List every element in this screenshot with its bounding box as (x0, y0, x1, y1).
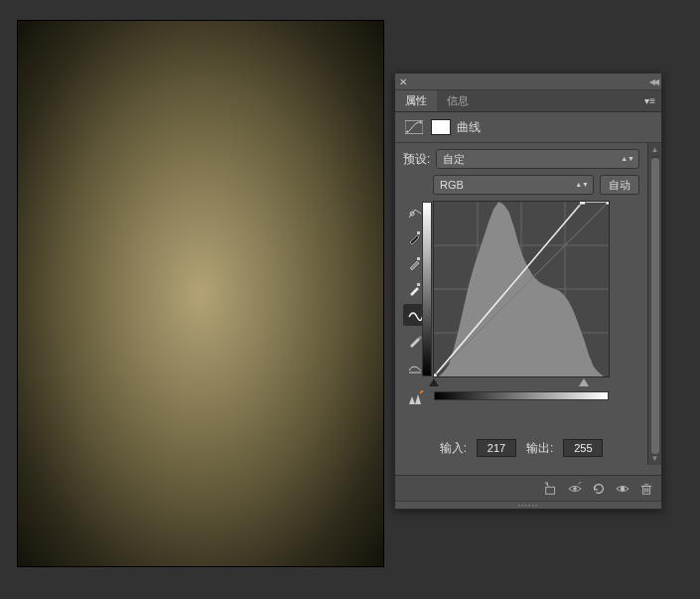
svg-rect-4 (417, 231, 420, 234)
collapse-icon[interactable]: ◀◀ (649, 77, 657, 86)
properties-panel: ✕ ◀◀ 属性 信息 ▾≡ 曲线 预设: 自定 ▲▼ RGB ▲▼ (394, 73, 662, 510)
svg-point-15 (621, 486, 625, 490)
white-point-handle[interactable] (579, 378, 589, 386)
tab-properties[interactable]: 属性 (395, 90, 437, 111)
close-icon[interactable]: ✕ (399, 76, 407, 87)
chevron-updown-icon: ▲▼ (621, 156, 634, 162)
curves-graph[interactable] (433, 201, 610, 377)
mask-thumbnail[interactable] (431, 119, 451, 135)
channel-value: RGB (440, 179, 464, 191)
resize-grip[interactable]: ▪▪▪▪▪▪ (395, 501, 661, 509)
view-previous-icon[interactable] (568, 482, 582, 496)
panel-titlebar: ✕ ◀◀ (395, 74, 661, 90)
svg-point-14 (573, 487, 577, 491)
svg-point-1 (406, 131, 408, 133)
input-gradient (434, 391, 609, 400)
channel-select[interactable]: RGB ▲▼ (433, 175, 594, 195)
panel-tabs: 属性 信息 ▾≡ (395, 90, 661, 112)
document-canvas[interactable] (17, 20, 384, 567)
clip-to-layer-icon[interactable] (544, 482, 558, 496)
curves-adjustment-icon (403, 118, 425, 136)
panel-menu-icon[interactable]: ▾≡ (644, 95, 655, 106)
curve-point[interactable] (580, 202, 586, 205)
tab-info[interactable]: 信息 (437, 90, 479, 111)
svg-rect-6 (417, 283, 420, 286)
chevron-updown-icon: ▲▼ (575, 182, 589, 188)
svg-point-2 (420, 122, 422, 124)
trash-icon[interactable] (639, 482, 653, 496)
panel-footer (395, 475, 661, 501)
adjustment-type-row: 曲线 (395, 112, 661, 143)
curve-point[interactable] (434, 374, 437, 376)
preset-value: 自定 (443, 152, 465, 167)
panel-scrollbar[interactable]: ▲ ▼ (647, 143, 661, 465)
output-field[interactable]: 255 (563, 439, 603, 457)
preset-label: 预设: (403, 151, 430, 168)
input-field[interactable]: 217 (477, 439, 516, 457)
output-label: 输出: (526, 440, 553, 457)
svg-rect-5 (417, 257, 420, 260)
adjustment-type-label: 曲线 (457, 119, 481, 136)
output-gradient (422, 202, 432, 376)
preset-select[interactable]: 自定 ▲▼ (436, 149, 639, 169)
histogram-clip-icon[interactable] (403, 387, 427, 409)
black-point-handle[interactable] (429, 378, 439, 386)
input-label: 输入: (440, 440, 467, 457)
reset-icon[interactable] (592, 482, 606, 496)
input-slider[interactable] (434, 378, 609, 388)
scroll-up-icon[interactable]: ▲ (651, 143, 659, 156)
curve-point[interactable] (606, 202, 609, 205)
visibility-icon[interactable] (616, 482, 630, 496)
svg-rect-13 (546, 487, 555, 494)
auto-button[interactable]: 自动 (600, 175, 639, 195)
